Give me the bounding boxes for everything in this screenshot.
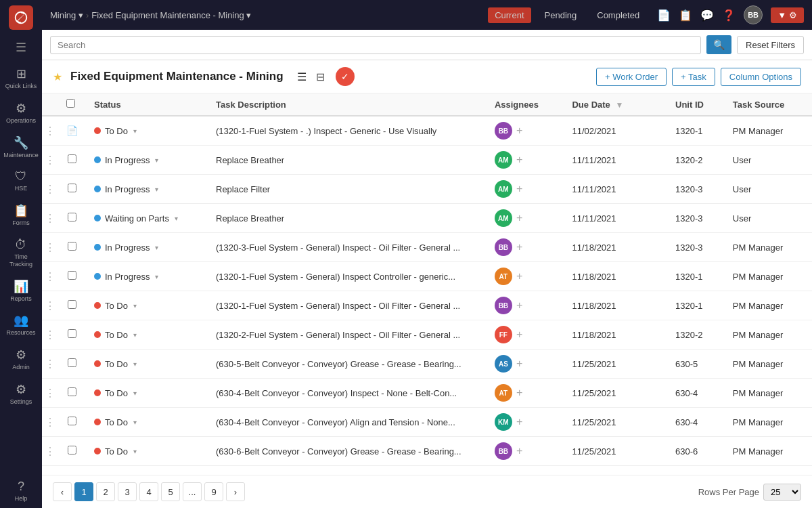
hamburger-icon[interactable]: ☰ bbox=[9, 35, 33, 60]
status-badge[interactable]: To Do ▾ bbox=[94, 417, 200, 427]
status-badge[interactable]: To Do ▾ bbox=[94, 330, 200, 340]
page-9-button[interactable]: 9 bbox=[204, 482, 223, 501]
favorite-icon[interactable]: ★ bbox=[53, 70, 62, 83]
assignee-avatar[interactable]: BB bbox=[495, 442, 512, 460]
sidebar-item-settings[interactable]: ⚙ Settings bbox=[0, 377, 42, 411]
task-description-cell[interactable]: Replace Breather bbox=[208, 204, 487, 233]
breadcrumb-mining[interactable]: Mining ▾ bbox=[50, 10, 83, 20]
add-assignee-button[interactable]: + bbox=[516, 183, 522, 195]
rows-per-page-select[interactable]: 25 50 100 bbox=[763, 484, 801, 501]
page-prev-button[interactable]: ‹ bbox=[53, 482, 72, 501]
sidebar-item-hse[interactable]: 🛡 HSE bbox=[0, 164, 42, 198]
assignee-avatar[interactable]: KM bbox=[495, 413, 512, 431]
assignee-avatar[interactable]: AM bbox=[495, 151, 512, 169]
status-chevron-icon[interactable]: ▾ bbox=[155, 186, 158, 193]
tab-completed[interactable]: Completed bbox=[590, 7, 646, 23]
task-description-cell[interactable]: (630-5-Belt Conveyor - Conveyor) Grease … bbox=[208, 350, 487, 379]
breadcrumb-fixed-equipment[interactable]: Fixed Equipment Maintenance - Mining ▾ bbox=[91, 10, 251, 20]
filter-button[interactable]: ▼ ⚙ bbox=[771, 7, 804, 23]
row-drag-handle[interactable]: ⋮ bbox=[42, 320, 58, 350]
add-assignee-button[interactable]: + bbox=[516, 241, 522, 253]
row-drag-handle[interactable]: ⋮ bbox=[42, 204, 58, 233]
task-description-cell[interactable]: (630-6-Belt Conveyor - Conveyor) Grease … bbox=[208, 437, 487, 466]
columns-view-icon[interactable]: ⊟ bbox=[313, 69, 328, 85]
status-chevron-icon[interactable]: ▾ bbox=[133, 127, 137, 135]
document-icon[interactable]: 📄 bbox=[657, 9, 671, 22]
assignee-avatar[interactable]: AM bbox=[495, 180, 512, 198]
status-chevron-icon[interactable]: ▾ bbox=[133, 302, 137, 310]
task-description-cell[interactable]: (630-4-Belt Conveyor - Conveyor) Inspect… bbox=[208, 379, 487, 408]
status-chevron-icon[interactable]: ▾ bbox=[133, 360, 137, 368]
row-drag-handle[interactable]: ⋮ bbox=[42, 175, 58, 204]
sidebar-item-quick-links[interactable]: ⊞ Quick Links bbox=[0, 61, 42, 96]
task-description-cell[interactable]: Replace Filter bbox=[208, 175, 487, 204]
row-drag-handle[interactable]: ⋮ bbox=[42, 350, 58, 379]
status-chevron-icon[interactable]: ▾ bbox=[133, 331, 137, 339]
row-checkbox[interactable] bbox=[68, 387, 76, 396]
status-chevron-icon[interactable]: ▾ bbox=[133, 448, 137, 455]
sidebar-item-forms[interactable]: 📋 Forms bbox=[0, 198, 42, 232]
tab-current[interactable]: Current bbox=[488, 7, 531, 23]
add-assignee-button[interactable]: + bbox=[516, 358, 522, 370]
status-badge[interactable]: In Progress ▾ bbox=[94, 272, 200, 282]
assignee-avatar[interactable]: FF bbox=[495, 326, 512, 343]
row-drag-handle[interactable]: ⋮ bbox=[42, 146, 58, 175]
task-description-cell[interactable]: (630-4-Belt Conveyor - Conveyor) Align a… bbox=[208, 408, 487, 437]
task-description-cell[interactable]: Replace Breather bbox=[208, 146, 487, 175]
add-assignee-button[interactable]: + bbox=[516, 154, 522, 166]
task-button[interactable]: + Task bbox=[672, 68, 715, 86]
status-chevron-icon[interactable]: ▾ bbox=[155, 273, 158, 280]
add-assignee-button[interactable]: + bbox=[516, 299, 522, 312]
assignee-avatar[interactable]: BB bbox=[495, 297, 512, 314]
status-chevron-icon[interactable]: ▾ bbox=[133, 389, 137, 397]
row-checkbox[interactable] bbox=[68, 184, 76, 192]
status-badge[interactable]: To Do ▾ bbox=[94, 446, 200, 457]
status-badge[interactable]: In Progress ▾ bbox=[94, 155, 200, 165]
sidebar-item-reports[interactable]: 📊 Reports bbox=[0, 274, 42, 308]
status-badge[interactable]: In Progress ▾ bbox=[94, 242, 200, 253]
add-assignee-button[interactable]: + bbox=[516, 125, 522, 137]
assignee-avatar[interactable]: BB bbox=[495, 122, 512, 140]
page-5-button[interactable]: 5 bbox=[161, 482, 180, 501]
row-drag-handle[interactable]: ⋮ bbox=[42, 437, 58, 466]
row-checkbox[interactable] bbox=[68, 242, 76, 251]
row-drag-handle[interactable]: ⋮ bbox=[42, 116, 58, 146]
row-checkbox[interactable] bbox=[68, 271, 76, 280]
add-assignee-button[interactable]: + bbox=[516, 212, 522, 224]
select-all-checkbox[interactable] bbox=[66, 99, 75, 108]
row-checkbox[interactable] bbox=[68, 300, 76, 309]
question-icon[interactable]: ❓ bbox=[722, 9, 736, 22]
row-checkbox[interactable] bbox=[68, 417, 76, 425]
assignee-avatar[interactable]: AM bbox=[495, 209, 512, 227]
status-badge[interactable]: To Do ▾ bbox=[94, 301, 200, 311]
work-order-button[interactable]: + Work Order bbox=[596, 68, 667, 86]
page-2-button[interactable]: 2 bbox=[96, 482, 115, 501]
row-checkbox[interactable] bbox=[68, 358, 76, 367]
page-3-button[interactable]: 3 bbox=[118, 482, 137, 501]
sidebar-item-time-tracking[interactable]: ⏱ Time Tracking bbox=[0, 232, 42, 274]
page-4-button[interactable]: 4 bbox=[139, 482, 158, 501]
row-drag-handle[interactable]: ⋮ bbox=[42, 379, 58, 408]
user-avatar[interactable]: BB bbox=[744, 5, 763, 24]
app-logo[interactable] bbox=[9, 5, 33, 30]
task-description-cell[interactable]: (1320-1-Fuel System - General) Inspect C… bbox=[208, 262, 487, 291]
status-badge[interactable]: Waiting on Parts ▾ bbox=[94, 213, 200, 224]
sidebar-item-admin[interactable]: ⚙ Admin bbox=[0, 342, 42, 377]
sidebar-item-maintenance[interactable]: 🔧 Maintenance bbox=[0, 130, 42, 165]
status-badge[interactable]: In Progress ▾ bbox=[94, 184, 200, 194]
task-description-cell[interactable]: (1320-3-Fuel System - General) Inspect -… bbox=[208, 233, 487, 262]
tab-pending[interactable]: Pending bbox=[538, 7, 584, 23]
chat-icon[interactable]: 💬 bbox=[700, 9, 714, 22]
row-drag-handle[interactable]: ⋮ bbox=[42, 408, 58, 437]
status-badge[interactable]: To Do ▾ bbox=[94, 359, 200, 369]
status-chevron-icon[interactable]: ▾ bbox=[155, 244, 158, 251]
row-checkbox[interactable] bbox=[68, 329, 76, 338]
sidebar-item-help[interactable]: ? Help bbox=[0, 474, 42, 508]
add-assignee-button[interactable]: + bbox=[516, 387, 522, 399]
list-view-icon[interactable]: ☰ bbox=[294, 69, 309, 85]
status-chevron-icon[interactable]: ▾ bbox=[175, 215, 178, 222]
assignee-avatar[interactable]: AS bbox=[495, 355, 512, 373]
copy-icon[interactable]: 📋 bbox=[679, 9, 692, 22]
add-assignee-button[interactable]: + bbox=[516, 445, 522, 457]
add-assignee-button[interactable]: + bbox=[516, 329, 522, 341]
